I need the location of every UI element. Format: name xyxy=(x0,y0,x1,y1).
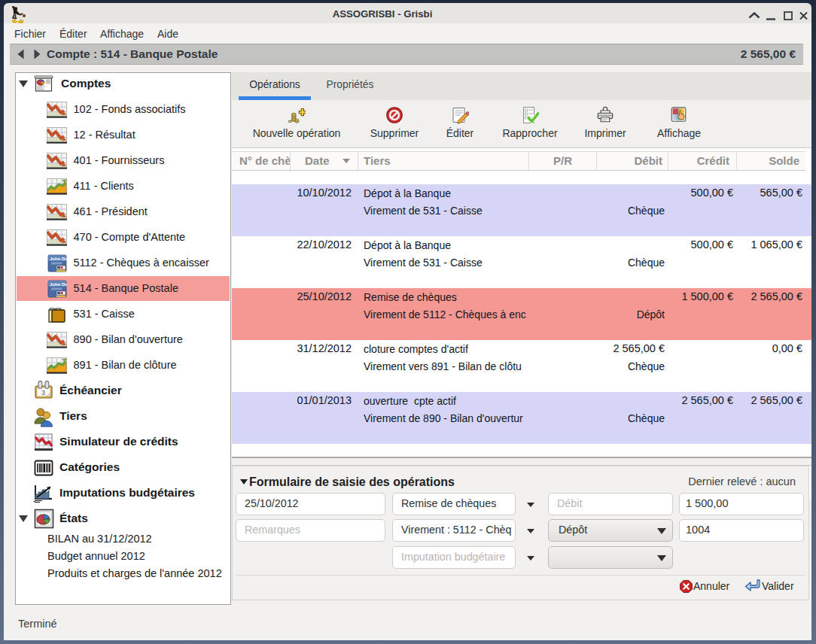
svg-text:3: 3 xyxy=(41,389,45,396)
